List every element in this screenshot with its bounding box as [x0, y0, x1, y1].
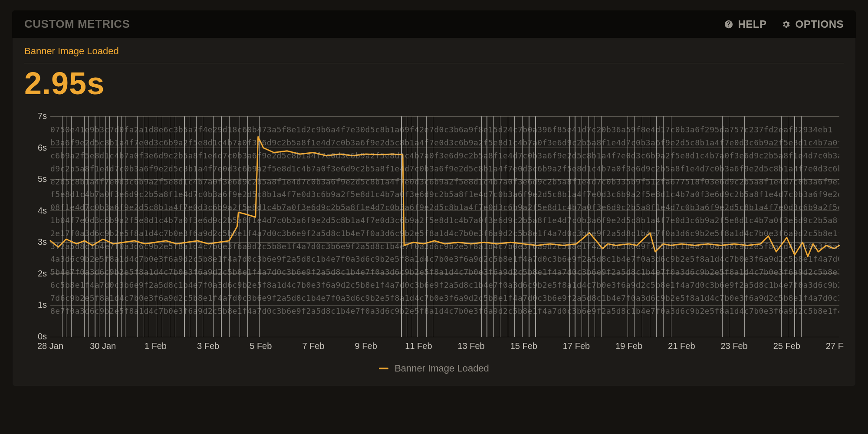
svg-text:25 Feb: 25 Feb — [773, 341, 800, 351]
help-label: HELP — [738, 18, 766, 30]
panel-title: CUSTOM METRICS — [24, 17, 130, 31]
svg-text:15 Feb: 15 Feb — [510, 341, 537, 351]
help-icon — [724, 20, 733, 29]
custom-metrics-panel: CUSTOM METRICS HELP OPTIONS Banner Image… — [12, 10, 856, 386]
svg-text:27 Feb: 27 Feb — [826, 341, 844, 351]
svg-text:19 Feb: 19 Feb — [615, 341, 642, 351]
svg-text:30 Jan: 30 Jan — [90, 341, 116, 351]
svg-text:6s: 6s — [38, 143, 47, 152]
chart-legend: Banner Image Loaded — [24, 363, 844, 374]
panel-body: Banner Image Loaded 2.95s 0s1s2s3s4s5s6s… — [12, 38, 856, 386]
svg-text:28 Jan: 28 Jan — [37, 341, 63, 351]
svg-text:9 Feb: 9 Feb — [355, 341, 377, 351]
legend-swatch — [379, 368, 388, 369]
svg-text:11 Feb: 11 Feb — [405, 341, 432, 351]
svg-text:13 Feb: 13 Feb — [457, 341, 484, 351]
svg-text:21 Feb: 21 Feb — [668, 341, 695, 351]
svg-text:5 Feb: 5 Feb — [250, 341, 272, 351]
panel-header: CUSTOM METRICS HELP OPTIONS — [12, 10, 856, 38]
svg-text:4s: 4s — [38, 206, 47, 215]
help-button[interactable]: HELP — [724, 18, 766, 30]
metric-name: Banner Image Loaded — [24, 46, 844, 57]
gear-icon — [781, 20, 791, 29]
chart-area[interactable]: 0s1s2s3s4s5s6s7s28 Jan30 Jan1 Feb3 Feb5 … — [24, 112, 844, 355]
options-button[interactable]: OPTIONS — [781, 18, 844, 30]
svg-text:17 Feb: 17 Feb — [563, 341, 590, 351]
svg-text:1 Feb: 1 Feb — [145, 341, 167, 351]
svg-text:23 Feb: 23 Feb — [720, 341, 747, 351]
svg-text:1s: 1s — [38, 300, 47, 309]
svg-text:3 Feb: 3 Feb — [197, 341, 219, 351]
legend-label: Banner Image Loaded — [395, 363, 489, 374]
options-label: OPTIONS — [795, 18, 844, 30]
svg-text:0s: 0s — [38, 332, 47, 341]
svg-text:7s: 7s — [38, 112, 47, 121]
svg-text:2s: 2s — [38, 269, 47, 278]
svg-text:7 Feb: 7 Feb — [302, 341, 324, 351]
divider — [24, 63, 844, 63]
svg-text:5s: 5s — [38, 174, 47, 184]
metric-value: 2.95s — [24, 68, 844, 99]
svg-text:3s: 3s — [38, 237, 47, 247]
time-series-chart[interactable]: 0s1s2s3s4s5s6s7s28 Jan30 Jan1 Feb3 Feb5 … — [24, 112, 844, 355]
